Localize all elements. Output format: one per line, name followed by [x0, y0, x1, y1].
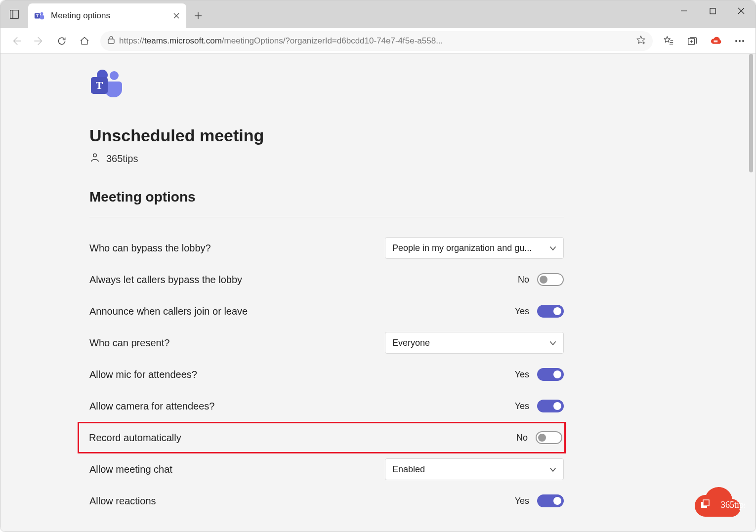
scrollbar-thumb[interactable]	[749, 54, 753, 172]
person-icon	[89, 152, 100, 165]
minimize-icon	[680, 7, 687, 14]
close-icon	[738, 7, 745, 14]
label-reactions: Allow reactions	[89, 495, 156, 507]
svg-text:T: T	[36, 14, 39, 18]
lock-icon	[107, 36, 115, 46]
minimize-button[interactable]	[670, 0, 698, 21]
page-content: T Unscheduled meeting 365tips Meeting op…	[0, 54, 756, 532]
option-bypass-lobby: Who can bypass the lobby? People in my o…	[89, 232, 564, 264]
new-tab-button[interactable]	[186, 3, 210, 28]
titlebar: T Meeting options	[0, 0, 756, 28]
toggle-allow-mic[interactable]	[537, 368, 564, 381]
svg-rect-10	[710, 8, 715, 14]
star-plus-icon	[636, 35, 646, 45]
option-meeting-chat: Allow meeting chat Enabled	[89, 453, 564, 485]
dropdown-who-present[interactable]: Everyone	[385, 332, 564, 354]
label-allow-mic: Allow mic for attendees?	[89, 369, 197, 380]
toggle-reactions[interactable]	[537, 494, 564, 507]
option-allow-mic: Allow mic for attendees? Yes	[89, 359, 564, 390]
dropdown-meeting-chat[interactable]: Enabled	[385, 458, 564, 480]
url-text: https://teams.microsoft.com/meetingOptio…	[119, 36, 632, 46]
option-announce: Announce when callers join or leave Yes	[89, 295, 564, 327]
svg-point-24	[735, 40, 737, 42]
tab-title: Meeting options	[51, 11, 110, 21]
dropdown-bypass-lobby[interactable]: People in my organization and gu...	[385, 237, 564, 259]
close-icon	[173, 13, 179, 19]
svg-rect-33	[703, 500, 709, 506]
label-meeting-chat: Allow meeting chat	[89, 464, 172, 475]
tab-actions-button[interactable]	[0, 0, 28, 28]
teams-favicon: T	[34, 10, 45, 21]
favorite-button[interactable]	[636, 35, 646, 47]
teams-logo: T	[89, 69, 564, 103]
svg-rect-0	[10, 10, 19, 19]
chevron-down-icon	[549, 243, 556, 253]
more-button[interactable]	[729, 30, 751, 52]
toolbar-right	[658, 30, 751, 52]
window-controls	[670, 0, 756, 21]
label-allow-camera: Allow camera for attendees?	[89, 401, 214, 412]
toggle-allow-camera[interactable]	[537, 400, 564, 412]
chevron-down-icon	[549, 338, 556, 348]
refresh-button[interactable]	[51, 30, 73, 52]
svg-point-31	[93, 154, 96, 157]
dropdown-value: Enabled	[392, 464, 425, 475]
url-box[interactable]: https://teams.microsoft.com/meetingOptio…	[100, 31, 653, 51]
label-callers-bypass: Always let callers bypass the lobby	[89, 274, 242, 286]
option-reactions: Allow reactions Yes	[89, 485, 564, 517]
svg-text:365tips: 365tips	[721, 500, 745, 510]
label-bypass-lobby: Who can bypass the lobby?	[89, 243, 211, 254]
svg-point-27	[110, 71, 119, 80]
svg-point-4	[41, 12, 43, 15]
option-who-present: Who can present? Everyone	[89, 327, 564, 359]
home-button[interactable]	[74, 30, 95, 52]
collections-icon	[687, 36, 698, 46]
label-who-present: Who can present?	[89, 337, 169, 349]
ellipsis-icon	[735, 40, 745, 42]
back-button[interactable]	[5, 30, 27, 52]
divider	[89, 217, 564, 217]
svg-point-25	[739, 40, 741, 42]
favorites-button[interactable]	[658, 30, 679, 52]
close-window-button[interactable]	[727, 0, 756, 21]
profile-365tips-button[interactable]	[705, 30, 727, 52]
option-allow-camera: Allow camera for attendees? Yes	[89, 390, 564, 422]
toggle-state-label: Yes	[515, 401, 529, 411]
meeting-options-page: T Unscheduled meeting 365tips Meeting op…	[0, 54, 564, 517]
scrollbar[interactable]	[748, 54, 755, 532]
toggle-record-auto[interactable]	[536, 431, 562, 444]
tab-actions-icon	[10, 10, 19, 19]
browser-tab[interactable]: T Meeting options	[28, 3, 186, 28]
badge-365tips: 365tips	[690, 485, 745, 521]
toggle-callers-bypass[interactable]	[537, 273, 564, 286]
svg-rect-13	[108, 39, 114, 43]
option-record-automatically: Record automatically No	[78, 422, 566, 453]
label-announce: Announce when callers join or leave	[89, 306, 248, 317]
maximize-icon	[710, 8, 716, 14]
plus-icon	[194, 12, 202, 20]
arrow-left-icon	[11, 36, 22, 46]
tab-close-button[interactable]	[172, 12, 180, 20]
home-icon	[80, 36, 89, 46]
forward-button[interactable]	[28, 30, 50, 52]
toggle-announce[interactable]	[537, 305, 564, 318]
chevron-down-icon	[549, 464, 556, 475]
option-callers-bypass: Always let callers bypass the lobby No	[89, 264, 564, 295]
toggle-state-label: Yes	[515, 306, 529, 317]
organizer-row: 365tips	[89, 152, 564, 165]
arrow-right-icon	[34, 36, 44, 46]
refresh-icon	[57, 36, 67, 46]
organizer-name: 365tips	[106, 153, 138, 164]
label-record-auto: Record automatically	[79, 432, 181, 444]
collections-button[interactable]	[681, 30, 703, 52]
dropdown-value: Everyone	[392, 338, 430, 348]
cloud-365-icon	[710, 37, 722, 45]
toggle-state-label: No	[516, 433, 528, 443]
svg-rect-23	[714, 40, 717, 42]
meeting-title: Unscheduled meeting	[89, 126, 564, 145]
address-bar: https://teams.microsoft.com/meetingOptio…	[0, 28, 756, 54]
svg-text:T: T	[96, 79, 103, 91]
section-title: Meeting options	[89, 189, 564, 205]
toggle-state-label: Yes	[515, 496, 529, 506]
maximize-button[interactable]	[698, 0, 727, 21]
